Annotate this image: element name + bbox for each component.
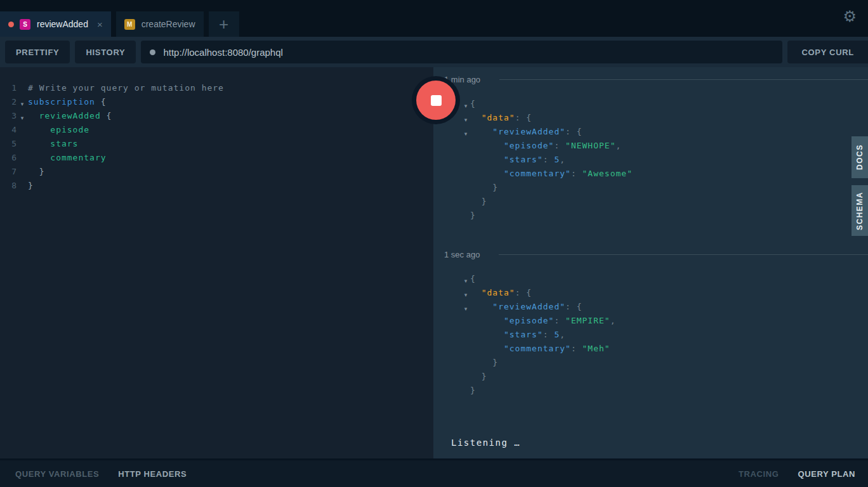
fold-gutter [461,141,470,155]
settings-gear-icon[interactable]: ⚙ [843,9,857,24]
code-token: : [543,330,555,339]
fold-gutter [461,169,470,183]
tracing-toggle[interactable]: TRACING [739,469,779,479]
json-line: "episode": "EMPIRE", [433,316,868,330]
code-token: } [470,372,487,381]
editor-line: 6 commentary [0,153,433,167]
json-line: } [433,372,868,386]
code-token: stars [28,139,78,148]
code-text: reviewAdded { [28,111,112,125]
fold-gutter [461,316,470,330]
editor-line: 3▾ reviewAdded { [0,111,433,125]
json-line: "episode": "NEWHOPE", [433,141,868,155]
query-plan-toggle[interactable]: QUERY PLAN [798,469,855,479]
code-token: "stars" [470,330,543,339]
docs-side-tab[interactable]: DOCS [852,136,868,178]
endpoint-url-value: http://localhost:8080/graphql [163,47,282,58]
code-token: # Write your query or mutation here [28,83,224,93]
endpoint-url-input[interactable]: http://localhost:8080/graphql [141,41,782,63]
fold-arrow-icon[interactable]: ▾ [461,99,470,113]
code-token: episode [28,125,89,134]
query-editor[interactable]: 1# Write your query or mutation here2▾su… [0,67,433,458]
stop-subscription-button[interactable] [412,76,460,124]
json-line: "commentary": "Awesome" [433,169,868,183]
bottom-bar: QUERY VARIABLES HTTP HEADERS TRACING QUE… [0,458,868,487]
editor-line: 8} [0,181,433,195]
code-text: subscription { [28,97,107,111]
json-text: "reviewAdded": { [470,127,582,141]
json-text: } [470,372,487,386]
prettify-button[interactable]: PRETTIFY [5,41,70,63]
close-tab-icon[interactable]: × [97,20,103,29]
code-token: } [470,183,498,192]
tab-create-review[interactable]: M createReview [116,11,204,37]
code-token: , [560,155,565,164]
fold-gutter [461,358,470,372]
code-token: "NEWHOPE" [565,141,615,150]
code-token: : { [515,113,532,122]
event-divider [499,254,868,255]
json-text: } [470,211,476,224]
code-token: : [543,155,555,164]
code-token: { [470,99,476,108]
history-button[interactable]: HISTORY [75,41,136,63]
json-line: } [433,386,868,399]
editor-line: 4 episode [0,125,433,139]
fold-arrow-icon[interactable]: ▾ [461,127,470,141]
code-token: "reviewAdded" [470,302,565,311]
json-line: } [433,211,868,224]
json-text: } [470,358,498,372]
code-token: } [470,211,476,220]
toolbar: PRETTIFY HISTORY http://localhost:8080/g… [0,37,868,67]
fold-gutter [461,183,470,197]
listening-status: Listening … [451,438,868,448]
json-text: "reviewAdded": { [470,302,582,316]
footer-right: TRACING QUERY PLAN [739,469,855,479]
event-json: ▾{▾ "data": {▾ "reviewAdded": { "episode… [433,99,868,224]
http-headers-toggle[interactable]: HTTP HEADERS [118,469,187,479]
line-number: 7 [0,167,16,181]
fold-gutter [16,139,28,153]
code-text: } [28,181,34,195]
code-token: : { [565,302,582,311]
code-token: "stars" [470,155,543,164]
code-token: "episode" [470,316,554,325]
query-variables-toggle[interactable]: QUERY VARIABLES [15,469,99,479]
fold-arrow-icon[interactable]: ▾ [461,113,470,127]
endpoint-status-dot [150,49,155,55]
code-text: } [28,167,44,181]
subscription-event: 1 sec ago▾{▾ "data": {▾ "reviewAdded": {… [433,247,868,399]
event-divider [499,79,868,80]
tab-title: reviewAdded [37,19,88,29]
json-line: } [433,197,868,211]
json-line: } [433,358,868,372]
line-number: 1 [0,83,16,97]
fold-arrow-icon[interactable]: ▾ [461,274,470,288]
copy-curl-button[interactable]: COPY CURL [787,41,868,63]
code-token: } [470,197,487,206]
code-token: commentary [28,153,107,162]
json-text: "data": { [470,288,532,302]
json-text: } [470,386,476,399]
schema-side-tab[interactable]: SCHEMA [852,185,868,236]
tab-review-added[interactable]: S reviewAdded × [0,11,111,37]
fold-arrow-icon[interactable]: ▾ [16,111,28,125]
fold-arrow-icon[interactable]: ▾ [461,288,470,302]
json-line: } [433,183,868,197]
line-number: 6 [0,153,16,167]
stop-button-circle [416,81,456,120]
code-token: } [28,167,44,176]
json-text: } [470,197,487,211]
fold-arrow-icon[interactable]: ▾ [16,97,28,111]
json-text: "data": { [470,113,532,127]
code-text: episode [28,125,89,139]
code-token: 5 [554,330,560,339]
code-token: "commentary" [470,169,571,178]
fold-arrow-icon[interactable]: ▾ [461,302,470,316]
editor-line: 5 stars [0,139,433,153]
code-token: { [95,97,107,107]
add-tab-button[interactable]: + [209,11,239,37]
line-number: 4 [0,125,16,139]
fold-gutter [16,153,28,167]
tab-title: createReview [141,19,195,29]
